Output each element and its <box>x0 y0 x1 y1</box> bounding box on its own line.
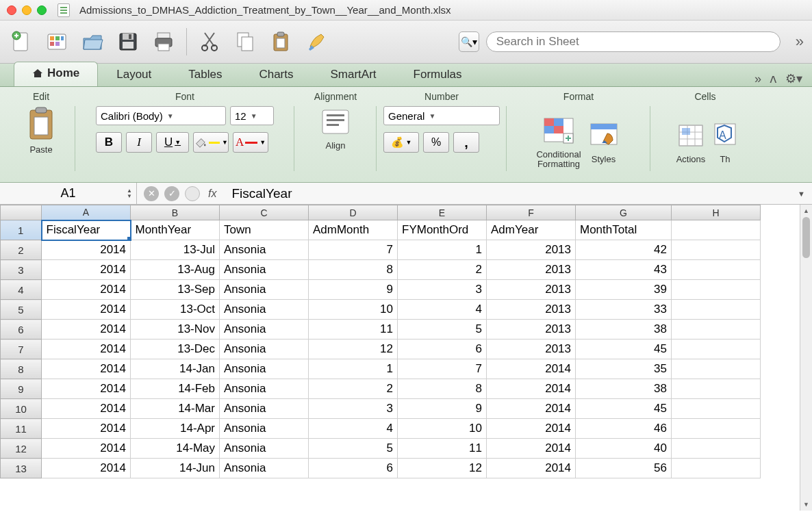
close-window-button[interactable] <box>7 5 16 15</box>
cell-D9[interactable]: 2 <box>309 379 398 399</box>
toolbar-more-icon[interactable]: » <box>796 33 804 51</box>
cell-F12[interactable]: 2014 <box>487 439 576 459</box>
cell-E3[interactable]: 2 <box>398 260 487 280</box>
cell-G13[interactable]: 56 <box>576 459 672 478</box>
cell-H4[interactable] <box>672 280 761 300</box>
number-format-dropdown[interactable]: General▼ <box>383 106 500 125</box>
cell-G9[interactable]: 38 <box>576 379 672 399</box>
spreadsheet-grid[interactable]: ABCDEFGH1FiscalYearMonthYearTownAdmMonth… <box>0 205 812 511</box>
col-header-B[interactable]: B <box>131 205 220 220</box>
cell-H8[interactable] <box>672 359 761 379</box>
cancel-formula-button[interactable]: ✕ <box>144 186 159 201</box>
cell-G10[interactable]: 45 <box>576 399 672 419</box>
comma-button[interactable]: , <box>453 132 479 153</box>
paste-big-button[interactable]: Paste <box>26 106 56 155</box>
cell-F9[interactable]: 2014 <box>487 379 576 399</box>
cell-H11[interactable] <box>672 419 761 439</box>
cell-B10[interactable]: 14-Mar <box>131 399 220 419</box>
cell-E2[interactable]: 1 <box>398 240 487 260</box>
cell-F8[interactable]: 2014 <box>487 359 576 379</box>
cell-B11[interactable]: 14-Apr <box>131 419 220 439</box>
fx-icon[interactable]: fx <box>208 188 216 200</box>
print-button[interactable] <box>151 29 177 55</box>
search-input[interactable] <box>486 31 781 52</box>
cell-A1[interactable]: FiscalYear <box>42 220 131 240</box>
cell-G8[interactable]: 35 <box>576 359 672 379</box>
cell-C3[interactable]: Ansonia <box>220 260 309 280</box>
cell-G7[interactable]: 45 <box>576 340 672 359</box>
cell-A7[interactable]: 2014 <box>42 340 131 359</box>
cell-C11[interactable]: Ansonia <box>220 419 309 439</box>
font-size-dropdown[interactable]: 12▼ <box>230 106 274 125</box>
cell-G12[interactable]: 40 <box>576 439 672 459</box>
tab-charts[interactable]: Charts <box>240 63 312 86</box>
cell-C9[interactable]: Ansonia <box>220 379 309 399</box>
select-all-corner[interactable] <box>1 205 42 220</box>
cell-B6[interactable]: 13-Nov <box>131 320 220 340</box>
themes-button[interactable]: A Th <box>713 120 737 164</box>
cell-F5[interactable]: 2013 <box>487 300 576 320</box>
formula-builder-button[interactable] <box>185 186 200 201</box>
cell-E9[interactable]: 8 <box>398 379 487 399</box>
open-button[interactable] <box>79 29 105 55</box>
styles-button[interactable]: Styles <box>587 120 621 164</box>
cell-B12[interactable]: 14-May <box>131 439 220 459</box>
col-header-F[interactable]: F <box>487 205 576 220</box>
cell-B5[interactable]: 13-Oct <box>131 300 220 320</box>
underline-button[interactable]: U▼ <box>156 132 189 153</box>
cell-G1[interactable]: MonthTotal <box>576 220 672 240</box>
cell-E10[interactable]: 9 <box>398 399 487 419</box>
cell-B1[interactable]: MonthYear <box>131 220 220 240</box>
cell-E4[interactable]: 3 <box>398 280 487 300</box>
save-button[interactable] <box>115 29 141 55</box>
tab-formulas[interactable]: Formulas <box>395 63 481 86</box>
format-painter-button[interactable] <box>303 29 329 55</box>
cell-F3[interactable]: 2013 <box>487 260 576 280</box>
cell-E8[interactable]: 7 <box>398 359 487 379</box>
name-box[interactable]: A1 ▲▼ <box>0 183 137 205</box>
cell-C4[interactable]: Ansonia <box>220 280 309 300</box>
align-button[interactable]: Align <box>320 106 351 151</box>
row-header-4[interactable]: 4 <box>1 280 42 300</box>
cell-H2[interactable] <box>672 240 761 260</box>
name-box-stepper-icon[interactable]: ▲▼ <box>127 188 132 199</box>
row-header-6[interactable]: 6 <box>1 320 42 340</box>
col-header-G[interactable]: G <box>576 205 672 220</box>
row-header-13[interactable]: 13 <box>1 459 42 478</box>
cell-A4[interactable]: 2014 <box>42 280 131 300</box>
row-header-3[interactable]: 3 <box>1 260 42 280</box>
cell-H12[interactable] <box>672 439 761 459</box>
row-header-12[interactable]: 12 <box>1 439 42 459</box>
cell-H1[interactable] <box>672 220 761 240</box>
cell-A13[interactable]: 2014 <box>42 459 131 478</box>
row-header-2[interactable]: 2 <box>1 240 42 260</box>
cell-E1[interactable]: FYMonthOrd <box>398 220 487 240</box>
cell-B13[interactable]: 14-Jun <box>131 459 220 478</box>
formula-input[interactable]: FiscalYear <box>231 186 292 201</box>
cell-G3[interactable]: 43 <box>576 260 672 280</box>
cell-G5[interactable]: 33 <box>576 300 672 320</box>
cell-F11[interactable]: 2014 <box>487 419 576 439</box>
accept-formula-button[interactable]: ✓ <box>164 186 179 201</box>
bold-button[interactable]: B <box>96 132 122 153</box>
cell-F4[interactable]: 2013 <box>487 280 576 300</box>
cell-B4[interactable]: 13-Sep <box>131 280 220 300</box>
ribbon-collapse-icon[interactable]: ʌ <box>770 71 777 86</box>
paste-button[interactable] <box>268 29 294 55</box>
cell-E12[interactable]: 11 <box>398 439 487 459</box>
cell-C6[interactable]: Ansonia <box>220 320 309 340</box>
ribbon-more-icon[interactable]: » <box>754 72 761 86</box>
row-header-5[interactable]: 5 <box>1 300 42 320</box>
cell-E13[interactable]: 12 <box>398 459 487 478</box>
cell-H13[interactable] <box>672 459 761 478</box>
cell-D2[interactable]: 7 <box>309 240 398 260</box>
cell-A9[interactable]: 2014 <box>42 379 131 399</box>
cell-G2[interactable]: 42 <box>576 240 672 260</box>
cell-C8[interactable]: Ansonia <box>220 359 309 379</box>
font-color-button[interactable]: A▼ <box>233 132 268 153</box>
cell-B2[interactable]: 13-Jul <box>131 240 220 260</box>
cell-C13[interactable]: Ansonia <box>220 459 309 478</box>
cell-D10[interactable]: 3 <box>309 399 398 419</box>
italic-button[interactable]: I <box>126 132 152 153</box>
cell-A11[interactable]: 2014 <box>42 419 131 439</box>
